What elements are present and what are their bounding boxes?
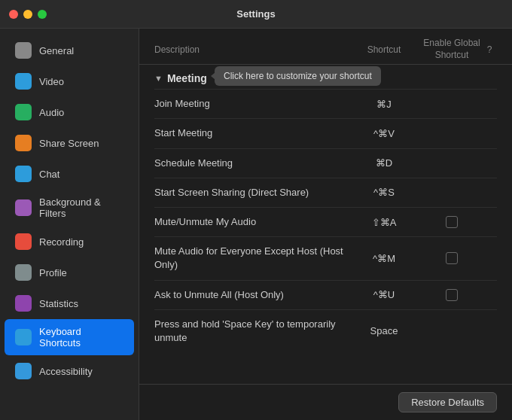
- sidebar-item-video[interactable]: Video: [5, 66, 134, 96]
- shortcut-key[interactable]: ^⌘V: [346, 128, 422, 139]
- general-icon: [15, 42, 32, 59]
- profile-icon: [15, 264, 32, 281]
- global-shortcut-toggle: [422, 216, 482, 228]
- window-title: Settings: [236, 8, 275, 20]
- sidebar-label-general: General: [39, 45, 74, 56]
- content-header: Description Shortcut Enable Global Short…: [139, 29, 512, 65]
- shortcut-key[interactable]: ^⌘U: [346, 289, 422, 300]
- footer: Restore Defaults: [139, 384, 512, 420]
- restore-defaults-button[interactable]: Restore Defaults: [398, 392, 497, 412]
- shortcut-row: Start Screen Sharing (Direct Share)^⌘S: [154, 178, 497, 207]
- global-shortcut-checkbox[interactable]: [446, 252, 458, 264]
- sidebar-item-statistics[interactable]: Statistics: [5, 288, 134, 318]
- sidebar-label-chat: Chat: [39, 169, 59, 180]
- content-area: Description Shortcut Enable Global Short…: [139, 29, 512, 420]
- sidebar-label-accessibility: Accessibility: [39, 366, 93, 377]
- sidebar-item-bg-filters[interactable]: Background & Filters: [5, 190, 134, 226]
- sidebar-label-video: Video: [39, 76, 64, 87]
- global-shortcut-toggle: [422, 289, 482, 301]
- sidebar-item-accessibility[interactable]: Accessibility: [5, 356, 134, 386]
- sidebar-label-statistics: Statistics: [39, 298, 78, 309]
- shortcut-description: Schedule Meeting: [154, 157, 346, 170]
- shortcut-description: Start Screen Sharing (Direct Share): [154, 186, 346, 199]
- sidebar-item-keyboard-shortcuts[interactable]: Keyboard Shortcuts: [5, 319, 134, 355]
- traffic-lights: [9, 10, 47, 19]
- tooltip-bubble: Click here to customize your shortcut: [215, 66, 381, 86]
- accessibility-icon: [15, 363, 32, 379]
- minimize-button[interactable]: [23, 10, 32, 19]
- video-icon: [15, 73, 32, 90]
- sidebar-item-audio[interactable]: Audio: [5, 97, 134, 127]
- shortcut-row: Ask to Unmute All (Host Only)^⌘U: [154, 280, 497, 309]
- shortcut-row: Schedule Meeting⌘D: [154, 148, 497, 178]
- close-button[interactable]: [9, 10, 18, 19]
- shortcut-key[interactable]: ⇧⌘A: [346, 217, 422, 228]
- sidebar-label-bg-filters: Background & Filters: [39, 196, 123, 219]
- shortcut-description: Start Meeting: [154, 126, 346, 140]
- share-screen-icon: [15, 135, 32, 151]
- shortcut-row: Join Meeting⌘J: [154, 89, 497, 118]
- sidebar-label-share-screen: Share Screen: [39, 138, 99, 149]
- shortcut-key[interactable]: Space: [346, 325, 422, 336]
- shortcut-key[interactable]: ^⌘S: [346, 187, 422, 198]
- statistics-icon: [15, 295, 32, 312]
- shortcut-row: Mute Audio for Everyone Except Host (Hos…: [154, 236, 497, 279]
- col-global-label: Enable Global Shortcut: [422, 38, 482, 61]
- col-help-label[interactable]: ?: [482, 44, 497, 55]
- sidebar-item-recording[interactable]: Recording: [5, 227, 134, 257]
- audio-icon: [15, 104, 32, 120]
- global-shortcut-toggle: [422, 252, 482, 264]
- shortcut-row: Start Meeting^⌘V: [154, 118, 497, 148]
- sidebar-item-general[interactable]: General: [5, 35, 134, 65]
- sidebar-item-chat[interactable]: Chat: [5, 159, 134, 189]
- sidebar-label-recording: Recording: [39, 236, 84, 248]
- recording-icon: [15, 233, 32, 250]
- shortcut-description: Press and hold 'Space Key' to temporaril…: [154, 318, 346, 345]
- keyboard-shortcuts-icon: [15, 329, 32, 345]
- meeting-section-header: ▼ Meeting Click here to customize your s…: [154, 65, 497, 89]
- section-title: Meeting: [167, 72, 207, 84]
- chevron-icon[interactable]: ▼: [154, 74, 163, 83]
- col-description-label: Description: [154, 44, 346, 55]
- shortcut-description: Mute/Unmute My Audio: [154, 215, 346, 229]
- shortcuts-list: ▼ Meeting Click here to customize your s…: [139, 65, 512, 384]
- shortcut-description: Mute Audio for Everyone Except Host (Hos…: [154, 245, 346, 272]
- global-shortcut-checkbox[interactable]: [446, 216, 458, 228]
- shortcut-key[interactable]: ⌘J: [346, 99, 422, 110]
- shortcut-key[interactable]: ⌘D: [346, 157, 422, 169]
- shortcut-row: Mute/Unmute My Audio⇧⌘A: [154, 207, 497, 236]
- sidebar-item-profile[interactable]: Profile: [5, 257, 134, 288]
- titlebar: Settings: [0, 0, 512, 29]
- sidebar-label-profile: Profile: [39, 267, 67, 278]
- sidebar: GeneralVideoAudioShare ScreenChatBackgro…: [0, 29, 139, 420]
- shortcut-row: Press and hold 'Space Key' to temporaril…: [154, 309, 497, 352]
- col-shortcut-label: Shortcut: [346, 44, 422, 55]
- chat-icon: [15, 166, 32, 182]
- global-shortcut-checkbox[interactable]: [446, 289, 458, 301]
- maximize-button[interactable]: [38, 10, 47, 19]
- bg-filters-icon: [15, 199, 32, 216]
- sidebar-label-audio: Audio: [39, 107, 64, 118]
- sidebar-label-keyboard-shortcuts: Keyboard Shortcuts: [39, 326, 123, 348]
- shortcut-key[interactable]: ^⌘M: [346, 253, 422, 264]
- sidebar-item-share-screen[interactable]: Share Screen: [5, 128, 134, 158]
- shortcut-description: Join Meeting: [154, 97, 346, 111]
- shortcut-description: Ask to Unmute All (Host Only): [154, 288, 346, 302]
